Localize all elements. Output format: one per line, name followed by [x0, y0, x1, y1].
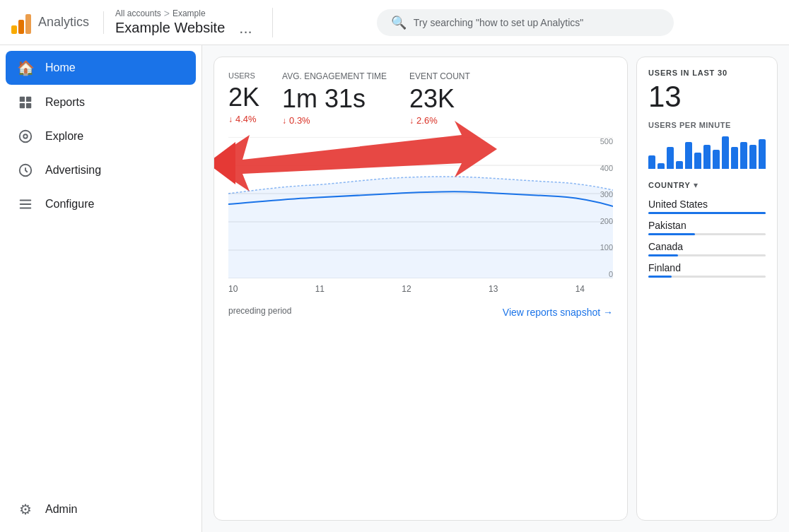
preceding-period-label: preceding period: [228, 306, 291, 316]
mini-bar: [694, 153, 701, 169]
country-name: United States: [648, 199, 766, 210]
mini-bar-chart: [648, 134, 766, 169]
country-dropdown[interactable]: COUNTRY ▾: [648, 180, 766, 190]
country-label: COUNTRY: [648, 181, 691, 189]
mini-bar: [667, 147, 674, 169]
metric-users-value: 2K: [228, 83, 259, 112]
chart-footer: preceding period View reports snapshot →: [228, 298, 613, 318]
country-name: Pakistan: [648, 220, 766, 231]
analytics-logo-icon: [11, 11, 31, 34]
sidebar-item-explore-label: Explore: [45, 130, 83, 143]
svg-rect-2: [20, 103, 25, 108]
metric-users: Users 2K ↓ 4.4%: [228, 71, 259, 126]
country-bar-bg: [648, 254, 766, 256]
nav-items: 🏠 Home Reports Explore Advertising: [0, 51, 201, 220]
metric-engagement-value: 1m 31s: [282, 84, 387, 114]
mini-bar: [740, 142, 747, 169]
analytics-card: Users 2K ↓ 4.4% Avg. engagement time 1m …: [214, 57, 628, 521]
sidebar-item-reports-label: Reports: [45, 96, 85, 109]
users-last-30-title: USERS IN LAST 30: [648, 69, 766, 77]
sidebar-item-configure-label: Configure: [45, 198, 94, 211]
more-options-button[interactable]: ...: [230, 19, 260, 37]
x-label-10: 10: [228, 284, 238, 294]
svg-rect-3: [26, 103, 31, 108]
metric-events: Event count 23K ↓ 2.6%: [409, 71, 470, 126]
mini-bar: [713, 150, 720, 169]
metric-events-value: 23K: [409, 84, 470, 114]
breadcrumb-separator: >: [164, 8, 170, 19]
svg-rect-1: [26, 97, 31, 102]
account-breadcrumb-area: All accounts > Example Example Website .…: [104, 8, 273, 37]
metric-events-change: ↓ 2.6%: [409, 115, 470, 126]
mini-bar: [648, 155, 655, 169]
search-area: 🔍 Try searching "how to set up Analytics…: [273, 9, 778, 36]
chart-y-labels: 500 400 300 200 100 0: [600, 137, 613, 278]
advertising-icon: [17, 162, 34, 178]
mini-bar: [759, 139, 766, 169]
country-bar-fill: [648, 233, 695, 235]
logo-area: Analytics: [11, 11, 104, 34]
x-label-11: 11: [315, 284, 325, 294]
country-item: Pakistan: [648, 220, 766, 235]
configure-icon: [17, 196, 34, 212]
svg-rect-0: [20, 97, 25, 102]
search-placeholder-text: Try searching "how to set up Analytics": [414, 17, 584, 28]
down-arrow-icon-3: ↓: [409, 116, 414, 126]
explore-icon: [17, 129, 34, 144]
country-bar-bg: [648, 233, 766, 235]
country-bar-fill: [648, 254, 678, 256]
sidebar-item-advertising[interactable]: Advertising: [6, 154, 196, 187]
reports-icon: [17, 95, 34, 110]
sidebar: 🏠 Home Reports Explore Advertising: [0, 45, 202, 532]
metric-users-change: ↓ 4.4%: [228, 114, 259, 124]
metric-engagement-change: ↓ 0.3%: [282, 115, 387, 126]
sidebar-item-explore[interactable]: Explore: [6, 120, 196, 153]
breadcrumb-all-accounts[interactable]: All accounts: [115, 8, 161, 18]
country-item: Canada: [648, 241, 766, 256]
svg-point-5: [23, 134, 28, 138]
users-per-minute-title: USERS PER MINUTE: [648, 121, 766, 129]
sidebar-item-home-label: Home: [45, 61, 76, 74]
users-count: 13: [648, 80, 766, 114]
mini-bar: [703, 145, 711, 170]
app-name: Analytics: [38, 15, 89, 30]
mini-bar: [731, 147, 738, 169]
country-bar-fill: [648, 212, 766, 214]
country-bar-bg: [648, 212, 766, 214]
home-icon: 🏠: [17, 59, 34, 76]
x-label-14: 14: [575, 284, 585, 294]
main-content: Users 2K ↓ 4.4% Avg. engagement time 1m …: [202, 45, 789, 532]
body-area: 🏠 Home Reports Explore Advertising: [0, 45, 789, 532]
sidebar-item-admin[interactable]: ⚙ Admin: [0, 492, 201, 526]
country-item: United States: [648, 199, 766, 214]
header: Analytics All accounts > Example Example…: [0, 0, 789, 45]
down-arrow-icon-2: ↓: [282, 116, 286, 126]
country-name: Finland: [648, 262, 766, 273]
x-label-13: 13: [489, 284, 498, 294]
breadcrumb: All accounts > Example: [115, 8, 261, 19]
metric-engagement: Avg. engagement time 1m 31s ↓ 0.3%: [282, 71, 387, 126]
chevron-down-icon: ▾: [694, 180, 698, 190]
breadcrumb-example[interactable]: Example: [173, 8, 206, 18]
sidebar-item-reports[interactable]: Reports: [6, 86, 196, 119]
search-box[interactable]: 🔍 Try searching "how to set up Analytics…: [377, 9, 674, 36]
svg-point-4: [20, 131, 32, 143]
admin-icon: ⚙: [17, 501, 34, 518]
mini-bar: [722, 136, 729, 169]
sidebar-item-home[interactable]: 🏠 Home: [6, 51, 196, 85]
chart-svg: [228, 137, 613, 278]
chart-area: 10 11 12 13 14 500 400 300 200 100 0: [228, 137, 613, 292]
down-arrow-icon: ↓: [228, 114, 233, 124]
country-bar-fill: [648, 276, 672, 278]
svg-rect-9: [20, 208, 32, 209]
country-name: Canada: [648, 241, 766, 252]
search-icon: 🔍: [391, 15, 407, 30]
country-item: Finland: [648, 262, 766, 278]
view-snapshot-link[interactable]: View reports snapshot →: [503, 307, 613, 318]
x-label-12: 12: [402, 284, 411, 294]
sidebar-item-configure[interactable]: Configure: [6, 188, 196, 220]
metrics-row: Users 2K ↓ 4.4% Avg. engagement time 1m …: [228, 71, 613, 126]
view-snapshot-text: View reports snapshot →: [503, 307, 613, 318]
mini-bar: [676, 161, 683, 170]
svg-rect-7: [20, 200, 32, 201]
